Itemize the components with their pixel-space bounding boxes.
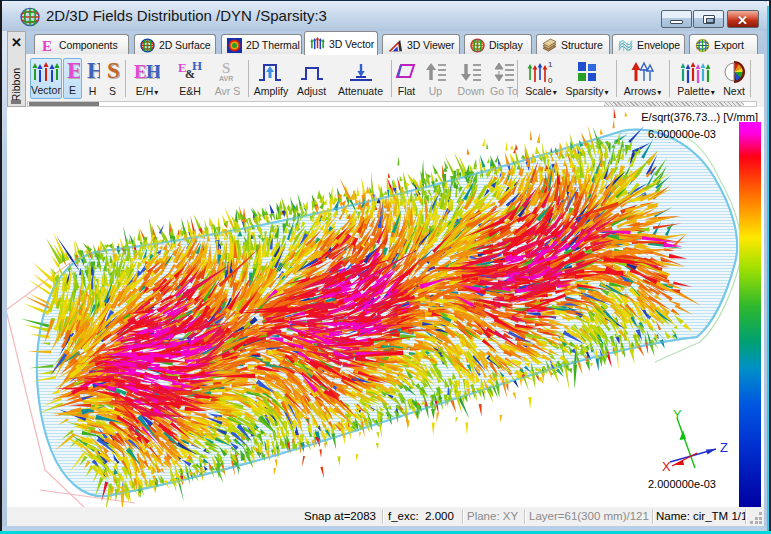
svg-text:E: E	[67, 60, 80, 83]
svg-text:S: S	[107, 60, 120, 83]
svg-text:H: H	[87, 60, 100, 83]
svg-text:E: E	[42, 38, 52, 53]
svg-text:1: 1	[548, 60, 553, 69]
svg-text:H: H	[146, 61, 160, 82]
svg-text:AVR: AVR	[219, 75, 233, 82]
svg-text:Y: Y	[673, 407, 682, 422]
svg-text:&: &	[185, 67, 195, 81]
svg-text:X: X	[662, 459, 671, 474]
svg-text:S: S	[222, 60, 230, 76]
svg-text:Z: Z	[720, 440, 728, 455]
svg-text:0: 0	[548, 76, 553, 85]
svg-text:E: E	[134, 61, 147, 82]
